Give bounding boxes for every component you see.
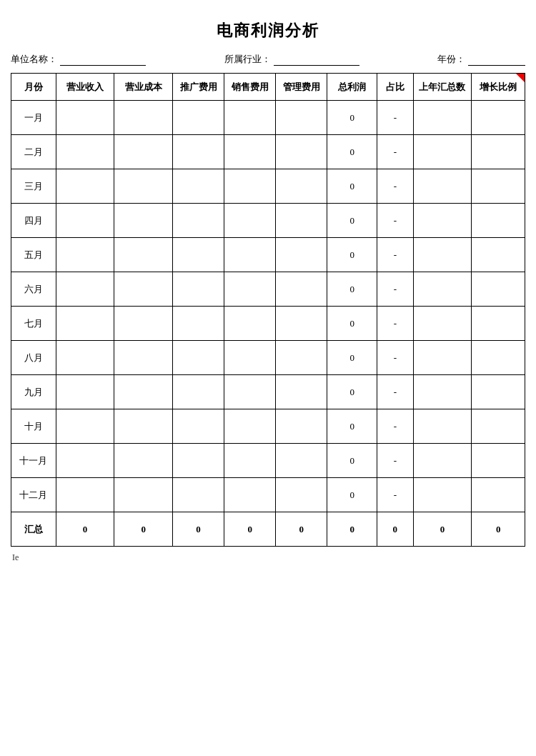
cell-month[interactable]: 二月 <box>11 135 56 169</box>
cell-promo[interactable] <box>173 409 224 444</box>
cell-revenue[interactable] <box>56 478 114 512</box>
cell-cost[interactable] <box>114 307 173 341</box>
cell-cost[interactable] <box>114 375 173 409</box>
cell-cost[interactable] <box>114 135 173 169</box>
cell-ratio[interactable]: - <box>377 101 413 135</box>
cell-sales[interactable] <box>224 478 276 512</box>
cell-growth[interactable] <box>472 341 525 375</box>
cell-growth[interactable] <box>472 169 525 204</box>
cell-profit[interactable]: 0 <box>327 341 377 375</box>
cell-mgmt[interactable] <box>276 375 327 409</box>
cell-profit[interactable]: 0 <box>327 478 377 512</box>
cell-revenue[interactable] <box>56 238 114 272</box>
cell-sales[interactable] <box>224 375 276 409</box>
cell-month[interactable]: 九月 <box>11 375 56 409</box>
cell-sales[interactable] <box>224 444 276 478</box>
cell-lastyear[interactable] <box>413 272 472 307</box>
cell-lastyear[interactable] <box>413 204 472 238</box>
cell-month[interactable]: 三月 <box>11 169 56 204</box>
cell-month[interactable]: 七月 <box>11 307 56 341</box>
cell-profit[interactable]: 0 <box>327 101 377 135</box>
cell-ratio[interactable]: - <box>377 135 413 169</box>
cell-month[interactable]: 一月 <box>11 101 56 135</box>
cell-cost[interactable] <box>114 341 173 375</box>
cell-growth[interactable] <box>472 101 525 135</box>
cell-profit[interactable]: 0 <box>327 135 377 169</box>
cell-revenue[interactable] <box>56 272 114 307</box>
cell-ratio[interactable]: - <box>377 238 413 272</box>
cell-growth[interactable] <box>472 135 525 169</box>
cell-promo[interactable] <box>173 169 224 204</box>
cell-ratio[interactable]: - <box>377 272 413 307</box>
cell-mgmt[interactable] <box>276 409 327 444</box>
cell-mgmt[interactable] <box>276 444 327 478</box>
cell-sales[interactable] <box>224 238 276 272</box>
cell-promo[interactable] <box>173 204 224 238</box>
cell-cost[interactable] <box>114 444 173 478</box>
cell-mgmt[interactable] <box>276 169 327 204</box>
cell-growth[interactable] <box>472 375 525 409</box>
cell-lastyear[interactable] <box>413 478 472 512</box>
cell-sales[interactable] <box>224 101 276 135</box>
cell-lastyear[interactable] <box>413 375 472 409</box>
cell-ratio[interactable]: - <box>377 375 413 409</box>
cell-ratio[interactable]: - <box>377 169 413 204</box>
cell-profit[interactable]: 0 <box>327 238 377 272</box>
cell-growth[interactable] <box>472 307 525 341</box>
cell-sales[interactable] <box>224 409 276 444</box>
cell-mgmt[interactable] <box>276 307 327 341</box>
cell-cost[interactable] <box>114 272 173 307</box>
cell-month[interactable]: 八月 <box>11 341 56 375</box>
cell-lastyear[interactable] <box>413 444 472 478</box>
cell-growth[interactable] <box>472 238 525 272</box>
cell-cost[interactable] <box>114 101 173 135</box>
cell-profit[interactable]: 0 <box>327 169 377 204</box>
cell-revenue[interactable] <box>56 101 114 135</box>
cell-lastyear[interactable] <box>413 341 472 375</box>
cell-mgmt[interactable] <box>276 204 327 238</box>
cell-promo[interactable] <box>173 444 224 478</box>
cell-month[interactable]: 十一月 <box>11 444 56 478</box>
cell-sales[interactable] <box>224 135 276 169</box>
cell-revenue[interactable] <box>56 444 114 478</box>
cell-ratio[interactable]: - <box>377 307 413 341</box>
cell-sales[interactable] <box>224 272 276 307</box>
cell-sales[interactable] <box>224 341 276 375</box>
cell-growth[interactable] <box>472 478 525 512</box>
cell-ratio[interactable]: - <box>377 409 413 444</box>
industry-value[interactable] <box>274 53 359 66</box>
cell-ratio[interactable]: - <box>377 444 413 478</box>
cell-promo[interactable] <box>173 478 224 512</box>
cell-sales[interactable] <box>224 204 276 238</box>
cell-lastyear[interactable] <box>413 135 472 169</box>
cell-profit[interactable]: 0 <box>327 409 377 444</box>
cell-ratio[interactable]: - <box>377 341 413 375</box>
cell-growth[interactable] <box>472 272 525 307</box>
cell-lastyear[interactable] <box>413 409 472 444</box>
cell-cost[interactable] <box>114 478 173 512</box>
cell-profit[interactable]: 0 <box>327 307 377 341</box>
company-value[interactable] <box>60 53 146 66</box>
cell-sales[interactable] <box>224 307 276 341</box>
cell-cost[interactable] <box>114 409 173 444</box>
cell-revenue[interactable] <box>56 169 114 204</box>
cell-promo[interactable] <box>173 135 224 169</box>
cell-cost[interactable] <box>114 169 173 204</box>
cell-promo[interactable] <box>173 101 224 135</box>
cell-month[interactable]: 六月 <box>11 272 56 307</box>
cell-profit[interactable]: 0 <box>327 375 377 409</box>
cell-mgmt[interactable] <box>276 238 327 272</box>
cell-profit[interactable]: 0 <box>327 272 377 307</box>
year-value[interactable] <box>468 53 525 66</box>
cell-month[interactable]: 四月 <box>11 204 56 238</box>
cell-promo[interactable] <box>173 272 224 307</box>
cell-mgmt[interactable] <box>276 101 327 135</box>
cell-profit[interactable]: 0 <box>327 204 377 238</box>
cell-lastyear[interactable] <box>413 238 472 272</box>
cell-promo[interactable] <box>173 307 224 341</box>
cell-mgmt[interactable] <box>276 341 327 375</box>
cell-mgmt[interactable] <box>276 135 327 169</box>
cell-revenue[interactable] <box>56 409 114 444</box>
cell-lastyear[interactable] <box>413 307 472 341</box>
cell-lastyear[interactable] <box>413 101 472 135</box>
